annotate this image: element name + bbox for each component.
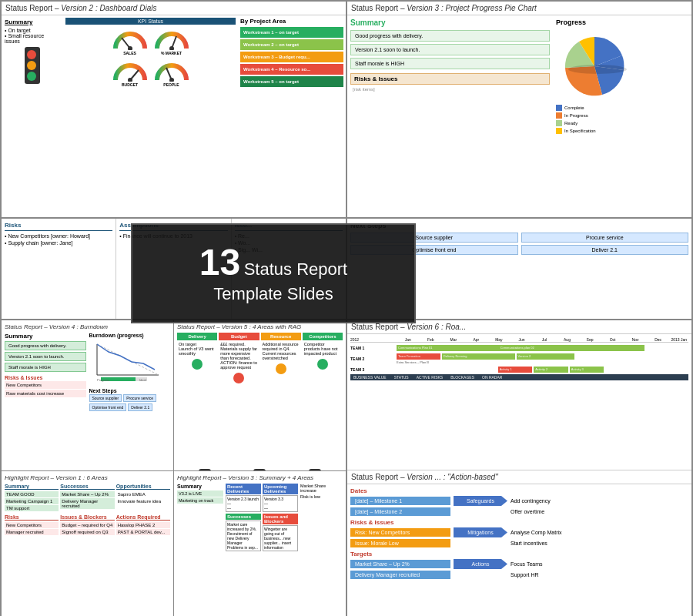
dates-title: Dates — [350, 487, 688, 494]
sub-panel-burndown: Status Report – Version 4 : Burndown Sum… — [2, 320, 173, 470]
rag-resource-header: Resource — [261, 333, 301, 340]
report-radar: ON RADAR — [482, 375, 502, 380]
hl3-sum2: Marketing on track — [177, 497, 223, 504]
ws-bar-4: Workstream 4 – Resource so... — [240, 64, 343, 75]
svg-text:Progress: Progress — [97, 378, 109, 382]
rag-header: Status Report – Version 5 : 4 Areas with… — [177, 323, 343, 330]
tl-jan: Jan — [397, 337, 420, 342]
panel2-right: Progress — [553, 15, 691, 216]
hl3-upcoming-title: Upcoming Deliveries — [263, 484, 298, 494]
hl1-sapiro: Sapiro EMEA — [116, 491, 170, 497]
hl3-mktshare: Market Share increase — [300, 484, 343, 493]
burndown-nextsteps: Next Steps Source supplier Procure servi… — [89, 388, 171, 411]
hl1-blockers-title: Issues & Blockers — [60, 514, 114, 521]
summary-title: Summary — [5, 18, 60, 25]
gauges-row: SALES — [65, 27, 236, 55]
gauge-market-svg — [154, 27, 189, 50]
pie-shadow — [568, 65, 627, 74]
pie-chart — [556, 29, 641, 99]
gauges-row2: BUDGET — [65, 59, 236, 87]
team1-bars: Communications Plan 01 Communications pl… — [397, 345, 688, 351]
dates-row1: [date] – Milestone 1 Safeguards Add cont… — [350, 496, 688, 506]
ns-procure: Procure service — [123, 394, 156, 402]
ws-bar-2: Workstream 2 – on target — [240, 39, 343, 50]
safeguards-arrow: Safeguards — [454, 496, 507, 506]
action-focus: Focus Teams — [511, 561, 543, 567]
rag-budget-dot — [233, 373, 244, 383]
team2-bar-row: Team Formation Delivery Norming Version … — [397, 353, 688, 360]
hl1-summary: Summary TEAM GOOD Marketing Campaign 1 T… — [5, 484, 59, 512]
team2-label: TEAM 2 — [350, 357, 397, 361]
hl1-grid: Summary TEAM GOOD Marketing Campaign 1 T… — [5, 484, 170, 512]
ns-procure-service: Procure service — [521, 233, 689, 243]
team3-label: TEAM 3 — [350, 367, 397, 372]
hl1-summary-title: Summary — [5, 484, 59, 490]
mitigation2: Start incentives — [511, 541, 547, 546]
panel1-version: – Version 2 : Dashboard Dials — [55, 4, 156, 12]
legend-complete-dot — [556, 105, 562, 111]
targets-row1: Market Share – Up 2% Actions Focus Teams — [350, 559, 688, 569]
svg-point-3 — [169, 46, 174, 50]
gauge-people-label: PEOPLE — [163, 82, 179, 87]
hl1-action1: Hasslop PHASE 2 — [116, 522, 170, 528]
target-deliverymanager: Delivery Manager recruited — [350, 571, 450, 579]
panel-bottom-right: Status Report – Version 6 : Roa... 2012 … — [347, 320, 691, 616]
risk-2: • Supply chain [owner: Jane] — [5, 240, 112, 246]
team2-bar1: Team Formation — [397, 353, 440, 360]
tl-may: May — [487, 337, 511, 342]
rag-competitors-header: Competitors — [303, 333, 343, 340]
overlay-line1: Status Report — [244, 259, 348, 279]
legend-complete-label: Complete — [564, 105, 584, 110]
ns-source: Source supplier — [89, 394, 122, 402]
issue-moralelow: Issue: Morale Low — [350, 539, 450, 547]
hl1-marketing: Marketing Campaign 1 — [5, 498, 59, 504]
report-row: BUSINESS VALUE STATUS ACTIVE RISKS BLOCK… — [350, 374, 688, 380]
hl3-recent-title: Recent Deliveries — [226, 484, 261, 494]
ns-optimise2: Optimise front end — [89, 403, 127, 411]
hl3-content: Summary V3.2 is LIVE Marketing on track … — [177, 484, 343, 551]
hl3-summary-title: Summary — [177, 484, 223, 489]
team3-bar3: Activity 3 — [570, 367, 604, 373]
panel1-header: Status Report – Version 2 : Dashboard Di… — [2, 2, 346, 15]
hl1-teamgood: TEAM GOOD — [5, 491, 59, 497]
ws-bar-5: Workstream 5 – on target — [240, 76, 343, 87]
actions-arrow: Actions — [454, 559, 507, 569]
bs-item2: Version 2.1 soon to launch. — [5, 352, 86, 361]
burndown-left: Summary Good progress with delivery. Ver… — [5, 333, 86, 463]
panel1-summary: Summary • On target • Small resource iss… — [2, 15, 63, 216]
hl1-risks: Risks New Competitors Manager recruited — [5, 514, 59, 536]
hl3-blockers: Issues and Blockers Wingetter are going … — [263, 514, 298, 551]
panel1-content: Summary • On target • Small resource iss… — [2, 15, 346, 216]
hl3-blockers-title: Issues and Blockers — [263, 514, 298, 524]
hl1-blocker2: Signoff required on Q3 — [60, 529, 114, 535]
rag-competitors-dot — [317, 359, 328, 370]
report-status: STATUS — [394, 375, 409, 380]
report-bv: BUSINESS VALUE — [353, 375, 387, 380]
burndown-right: Burndown (progress) Progr — [89, 333, 171, 463]
p2-summary-title: Summary — [350, 18, 550, 27]
hl3-blockers-content: Wingetter are going out of business... n… — [263, 525, 298, 551]
risks-row2: Issue: Morale Low Start incentives — [350, 539, 688, 547]
legend-inprogress-label: In Progress — [564, 113, 588, 118]
burndown-summary: Summary Good progress with delivery. Ver… — [5, 333, 86, 372]
hl1-risk2: Manager recruited — [5, 529, 59, 535]
gauge-budget: BUDGET — [111, 59, 149, 87]
panel1-title: Status Report — [5, 4, 52, 12]
legend-ready-label: Ready — [564, 121, 578, 126]
tl-dec: Dec — [647, 337, 670, 342]
legend-ready: Ready — [556, 120, 688, 126]
tl-months: Jan Feb Mar Apr May Jun Jul Aug Sep Oct … — [397, 337, 688, 342]
bs-item1: Good progress with delivery. — [5, 341, 86, 350]
sub-panel-rag: Status Report – Version 5 : 4 Areas with… — [174, 320, 346, 470]
hl3-upcoming-content: Version 3.3—— — [263, 495, 298, 512]
legend-inspec: In Specification — [556, 128, 688, 134]
team3-row: TEAM 3 Activity 1 Activity 2 Activity 3 — [350, 367, 688, 373]
hl1-successes: Successes Market Share – Up 2% Delivery … — [60, 484, 114, 512]
burndown-risk1: New Competitors — [5, 381, 86, 389]
tl-2012: 2012 — [350, 337, 397, 342]
tl-aug: Aug — [556, 337, 579, 342]
rag-delivery-header: Delivery — [177, 333, 217, 340]
report-risks: ACTIVE RISKS — [417, 375, 443, 380]
summary-item2: • Small resource issues — [5, 33, 60, 44]
hl1-action2: PAST & PORTAL dev... — [116, 529, 170, 535]
